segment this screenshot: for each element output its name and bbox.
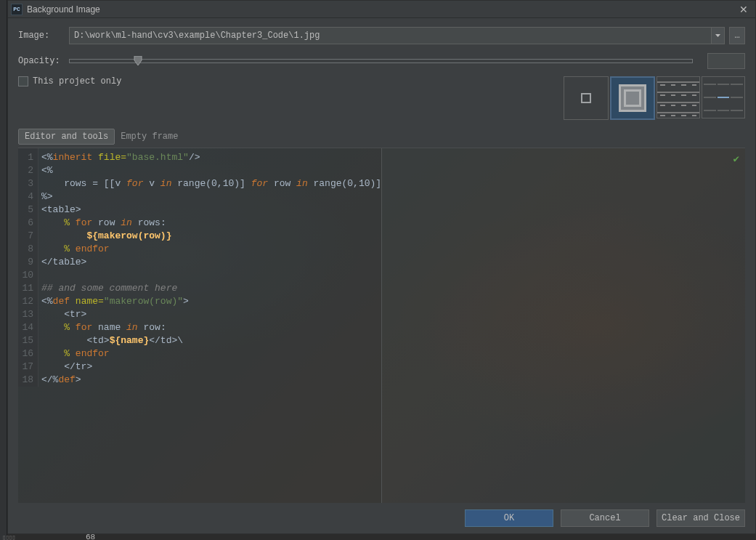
tile-cell-icon [657,81,668,83]
app-icon: PC [11,4,23,15]
preview-editor-pane: 1 2 3 4 5 6 7 8 9 10 11 12 13 14 15 16 1… [18,148,382,503]
preview-tools-pane: ✔ [382,148,745,503]
clear-and-close-button[interactable]: Clear and Close [657,509,745,527]
preview-area: 1 2 3 4 5 6 7 8 9 10 11 12 13 14 15 16 1… [18,148,745,503]
dialog-footer: OK Cancel Clear and Close [8,503,755,533]
placement-plain[interactable] [564,76,609,120]
cancel-button[interactable]: Cancel [561,509,649,527]
placement-anchor[interactable] [702,76,745,118]
dialog-title: Background Image [27,4,100,15]
image-dropdown-arrow-icon[interactable] [711,28,724,44]
close-icon[interactable]: ✕ [735,1,752,18]
code-content: <%inherit file="base.html"/><% rows = [[… [38,148,381,387]
ok-button[interactable]: OK [465,509,553,527]
opacity-label: Opacity: [18,56,69,66]
plain-rect-icon [581,93,591,103]
opacity-slider[interactable] [69,59,693,63]
image-input-wrap [69,27,725,44]
project-only-label: This project only [33,76,121,86]
background-image-dialog: PC Background Image ✕ Image: … Opacity: [7,0,756,534]
opacity-row: Opacity: [18,53,745,69]
anchor-center-active[interactable] [718,97,730,98]
tab-editor-and-tools[interactable]: Editor and tools [18,129,115,145]
inspection-ok-icon: ✔ [733,153,739,165]
status-bar: ▯▯▯▯ 68 [0,534,756,540]
placement-tile[interactable] [657,76,700,118]
checkbox-icon [18,76,28,86]
image-path-input[interactable] [70,28,711,44]
placement-thumbnails [564,76,745,120]
opacity-spinner [707,53,745,69]
preview-tabs: Editor and tools Empty frame [18,129,745,145]
tab-empty-frame[interactable]: Empty frame [115,129,184,144]
editor-gutter-strip [0,0,7,540]
line-number-gutter: 1 2 3 4 5 6 7 8 9 10 11 12 13 14 15 16 1… [18,148,38,387]
image-field-row: Image: … [18,27,745,44]
project-only-checkbox[interactable]: This project only [18,76,121,86]
dialog-body: Image: … Opacity: [8,18,755,503]
slider-thumb-icon[interactable] [133,56,143,66]
dialog-titlebar[interactable]: PC Background Image ✕ [8,1,755,18]
scale-rect-icon [619,84,646,112]
anchor-cell[interactable] [704,84,716,85]
browse-button[interactable]: … [729,27,745,44]
opacity-value-input[interactable] [708,54,756,68]
placement-scale[interactable] [610,76,655,120]
options-row: This project only [18,76,745,120]
image-label: Image: [18,31,69,41]
